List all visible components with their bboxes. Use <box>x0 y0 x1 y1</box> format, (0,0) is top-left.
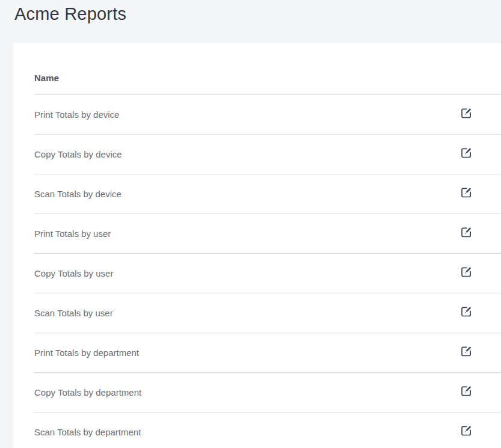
table-row: Scan Totals by user <box>34 293 501 333</box>
column-header-name: Name <box>34 43 423 95</box>
report-actions-cell <box>423 174 501 214</box>
report-actions-cell <box>423 373 501 413</box>
table-row: Copy Totals by user <box>34 254 501 293</box>
table-row: Scan Totals by department <box>34 413 501 448</box>
header-row: Name <box>34 43 501 95</box>
table-row: Copy Totals by department <box>34 373 501 413</box>
edit-icon <box>460 147 473 159</box>
report-actions-cell <box>423 95 501 135</box>
report-actions-cell <box>423 413 501 448</box>
table-row: Print Totals by device <box>34 95 501 135</box>
reports-card: Name Print Totals by device <box>13 43 501 448</box>
edit-report-button[interactable] <box>460 345 473 357</box>
edit-icon <box>460 226 473 238</box>
report-name: Scan Totals by device <box>34 174 423 214</box>
edit-report-button[interactable] <box>460 107 473 119</box>
reports-table: Name Print Totals by device <box>34 43 501 448</box>
column-header-actions <box>423 43 501 95</box>
report-actions-cell <box>423 333 501 373</box>
table-row: Scan Totals by device <box>34 174 501 214</box>
table-row: Copy Totals by device <box>34 135 501 174</box>
edit-report-button[interactable] <box>460 226 473 238</box>
edit-icon <box>460 385 473 397</box>
report-name: Scan Totals by department <box>34 413 423 448</box>
page-title: Acme Reports <box>14 4 501 24</box>
edit-report-button[interactable] <box>460 425 473 437</box>
report-actions-cell <box>423 254 501 293</box>
table-row: Print Totals by department <box>34 333 501 373</box>
edit-icon <box>460 425 473 437</box>
table-row: Print Totals by user <box>34 214 501 254</box>
report-name: Print Totals by device <box>34 95 423 135</box>
reports-table-header: Name <box>34 43 501 95</box>
edit-icon <box>460 186 473 198</box>
report-actions-cell <box>423 214 501 254</box>
report-name: Print Totals by department <box>34 333 423 373</box>
edit-report-button[interactable] <box>460 305 473 318</box>
report-name: Print Totals by user <box>34 214 423 254</box>
edit-icon <box>460 305 473 318</box>
edit-report-button[interactable] <box>460 266 473 278</box>
report-name: Scan Totals by user <box>34 293 423 333</box>
edit-icon <box>460 107 473 119</box>
report-name: Copy Totals by user <box>34 254 423 293</box>
edit-report-button[interactable] <box>460 147 473 159</box>
report-name: Copy Totals by department <box>34 373 423 413</box>
report-actions-cell <box>423 293 501 333</box>
edit-icon <box>460 345 473 357</box>
report-name: Copy Totals by device <box>34 135 423 174</box>
reports-table-body: Print Totals by device Copy Totals b <box>34 95 501 448</box>
report-actions-cell <box>423 135 501 174</box>
edit-report-button[interactable] <box>460 186 473 198</box>
edit-icon <box>460 266 473 278</box>
edit-report-button[interactable] <box>460 385 473 397</box>
